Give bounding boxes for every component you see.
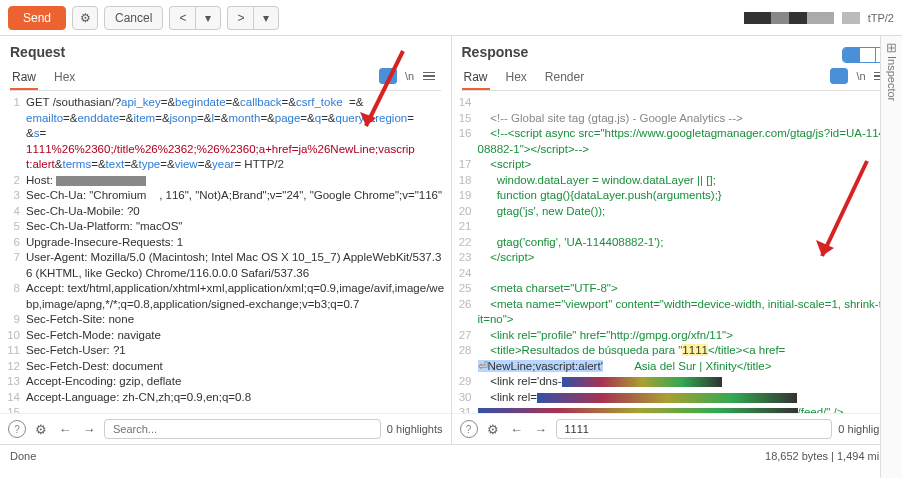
newline-toggle-icon[interactable]: \n xyxy=(401,68,419,84)
search-prev-icon[interactable]: ← xyxy=(508,420,526,438)
history-fwd-group: > ▾ xyxy=(227,6,279,30)
history-back-group: < ▾ xyxy=(169,6,221,30)
history-back-button[interactable]: < xyxy=(169,6,195,30)
inspector-label: Inspector xyxy=(886,56,898,101)
tab-response-hex[interactable]: Hex xyxy=(504,66,529,90)
response-search-input[interactable] xyxy=(556,419,833,439)
request-highlight-count: 0 highlights xyxy=(387,423,443,435)
settings-gear-icon[interactable]: ⚙︎ xyxy=(484,420,502,438)
response-editor[interactable]: 1415 <!-- Global site tag (gtag.js) - Go… xyxy=(452,91,903,413)
tab-response-render[interactable]: Render xyxy=(543,66,586,90)
response-title: Response xyxy=(462,44,843,60)
search-next-icon[interactable]: → xyxy=(80,420,98,438)
target-host-redacted xyxy=(744,12,834,24)
redacted-icon xyxy=(842,12,860,24)
menu-icon[interactable] xyxy=(423,68,441,84)
status-bar: Done 18,652 bytes | 1,494 millis xyxy=(0,444,902,466)
status-left: Done xyxy=(10,450,36,462)
pretty-toggle-icon[interactable] xyxy=(830,68,848,84)
protocol-label: tTP/2 xyxy=(868,12,894,24)
request-pane: Request Raw Hex \n 1GET /southasian/?api… xyxy=(0,36,452,444)
history-fwd-menu[interactable]: ▾ xyxy=(253,6,279,30)
search-next-icon[interactable]: → xyxy=(532,420,550,438)
help-icon[interactable]: ? xyxy=(8,420,26,438)
top-toolbar: Send ⚙︎ Cancel < ▾ > ▾ tTP/2 xyxy=(0,0,902,36)
search-prev-icon[interactable]: ← xyxy=(56,420,74,438)
request-search-input[interactable] xyxy=(104,419,381,439)
request-title: Request xyxy=(10,44,441,60)
send-button[interactable]: Send xyxy=(8,6,66,30)
tab-request-raw[interactable]: Raw xyxy=(10,66,38,90)
history-back-menu[interactable]: ▾ xyxy=(195,6,221,30)
newline-toggle-icon[interactable]: \n xyxy=(852,68,870,84)
settings-gear-icon[interactable]: ⚙︎ xyxy=(32,420,50,438)
tab-request-hex[interactable]: Hex xyxy=(52,66,77,90)
pretty-toggle-icon[interactable] xyxy=(379,68,397,84)
request-editor[interactable]: 1GET /southasian/?api_key=&begindate=&ca… xyxy=(0,91,451,413)
settings-dropdown[interactable]: ⚙︎ xyxy=(72,6,98,30)
help-icon[interactable]: ? xyxy=(460,420,478,438)
inspector-toggle-icon[interactable]: ⊞ xyxy=(886,40,897,55)
history-fwd-button[interactable]: > xyxy=(227,6,253,30)
inspector-sidebar[interactable]: ⊞ Inspector xyxy=(880,36,902,478)
status-right: 18,652 bytes | 1,494 millis xyxy=(765,450,892,462)
cancel-button[interactable]: Cancel xyxy=(104,6,163,30)
response-pane: Response Raw Hex Render \n 1415 <!-- Glo… xyxy=(452,36,903,444)
tab-response-raw[interactable]: Raw xyxy=(462,66,490,90)
